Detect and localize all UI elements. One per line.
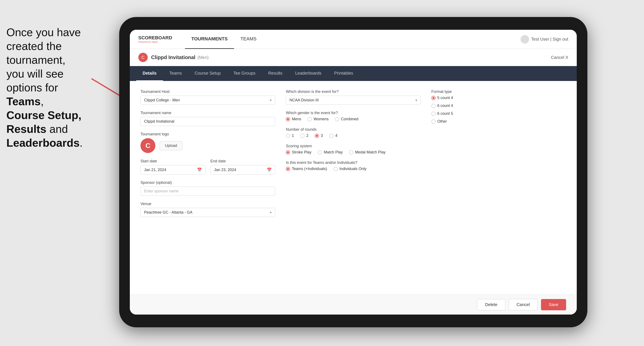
rounds-label: Number of rounds (286, 127, 420, 132)
date-row: Start date Jan 21, 2024 📅 End date Jan 2… (140, 159, 275, 174)
format-5count4-label: 5 count 4 (437, 96, 453, 100)
venue-label: Venue (140, 202, 275, 206)
teams-label: Is this event for Teams and/or Individua… (286, 161, 420, 165)
individuals-only[interactable]: Individuals Only (334, 167, 366, 171)
tab-details[interactable]: Details (136, 66, 163, 81)
tab-course-setup[interactable]: Course Setup (188, 66, 227, 81)
start-date-group: Start date Jan 21, 2024 📅 (140, 159, 205, 174)
logo-text: SCOREBOARD (138, 35, 172, 40)
tab-leaderboards[interactable]: Leaderboards (289, 66, 328, 81)
delete-button[interactable]: Delete (477, 299, 505, 310)
chevron-down-icon: ▾ (270, 98, 272, 102)
gender-womens[interactable]: Womens (308, 117, 328, 121)
format-options: 5 count 4 6 count 4 6 count 5 (432, 96, 566, 124)
teams-plus-label: Teams (+Individuals) (292, 167, 327, 171)
sponsor-field-group: Sponsor (optional) Enter sponsor name (140, 180, 275, 196)
scoring-match-label: Match Play (324, 150, 343, 155)
rounds-4-label: 4 (335, 134, 337, 138)
tab-teams[interactable]: Teams (163, 66, 188, 81)
tab-printables[interactable]: Printables (328, 66, 360, 81)
gender-womens-label: Womens (314, 117, 328, 121)
gender-label: Which gender is the event for? (286, 111, 420, 115)
radio-rounds-3-circle (315, 134, 319, 138)
tab-tee-groups[interactable]: Tee Groups (227, 66, 262, 81)
radio-mens-circle (286, 117, 290, 121)
rounds-radio-group: 1 2 3 4 (286, 134, 420, 138)
form-col-2: Which division is the event for? NCAA Di… (286, 89, 420, 217)
gender-combined[interactable]: Combined (335, 117, 358, 121)
form-col-1: Tournament Host Clippd College - Men ▾ T… (140, 89, 275, 217)
division-value: NCAA Division III (290, 98, 318, 102)
host-select[interactable]: Clippd College - Men ▾ (140, 96, 275, 105)
host-label: Tournament Host (140, 89, 275, 94)
venue-select[interactable]: Peachtree GC - Atlanta - GA ▾ (140, 208, 275, 217)
main-content: Tournament Host Clippd College - Men ▾ T… (130, 81, 577, 295)
radio-rounds-4-circle (329, 134, 334, 138)
scoring-match[interactable]: Match Play (318, 150, 343, 155)
radio-combined-circle (335, 117, 339, 121)
gender-mens-label: Mens (292, 117, 301, 121)
rounds-2[interactable]: 2 (300, 134, 308, 138)
division-select[interactable]: NCAA Division III ▾ (286, 96, 420, 105)
tab-results[interactable]: Results (262, 66, 289, 81)
name-value: Clippd Invitational (144, 119, 174, 124)
format-label: Format type (432, 89, 566, 94)
logo-label: Tournament logo (140, 132, 275, 137)
name-field-group: Tournament name Clippd Invitational (140, 111, 275, 126)
radio-medal-circle (349, 150, 353, 155)
nav-teams[interactable]: TEAMS (234, 30, 263, 49)
calendar-icon: 📅 (197, 168, 202, 172)
host-field-group: Tournament Host Clippd College - Men ▾ (140, 89, 275, 105)
tournament-subtitle: (Men) (198, 55, 208, 60)
scoring-stroke-label: Stroke Play (292, 150, 311, 155)
cancel-top-button[interactable]: Cancel X (551, 55, 568, 60)
rounds-2-label: 2 (306, 134, 308, 138)
calendar-icon-end: 📅 (267, 168, 272, 172)
tablet-frame: SCOREBOARD Powered by clippd TOURNAMENTS… (119, 17, 588, 327)
rounds-3[interactable]: 3 (315, 134, 323, 138)
user-area: Test User | Sign out (520, 35, 568, 44)
top-nav: SCOREBOARD Powered by clippd TOURNAMENTS… (130, 30, 577, 49)
name-label: Tournament name (140, 111, 275, 115)
teams-plus-individuals[interactable]: Teams (+Individuals) (286, 167, 327, 171)
format-other[interactable]: Other (432, 119, 566, 124)
sponsor-label: Sponsor (optional) (140, 180, 275, 185)
logo-circle: C (140, 138, 155, 153)
gender-field-group: Which gender is the event for? Mens Wome… (286, 111, 420, 121)
back-icon[interactable]: C (138, 53, 148, 62)
tournament-title: Clippd Invitational (151, 54, 195, 60)
bottom-bar: Delete Cancel Save (130, 295, 577, 315)
cancel-button[interactable]: Cancel (509, 299, 538, 310)
individuals-only-label: Individuals Only (340, 167, 366, 171)
sponsor-placeholder: Enter sponsor name (144, 189, 178, 193)
gender-mens[interactable]: Mens (286, 117, 301, 121)
format-6count5-label: 6 count 5 (437, 111, 453, 116)
rounds-4[interactable]: 4 (329, 134, 337, 138)
scoring-medal[interactable]: Medal Match Play (349, 150, 386, 155)
rounds-1[interactable]: 1 (286, 134, 294, 138)
radio-rounds-2-circle (300, 134, 304, 138)
radio-5count4-circle (432, 96, 436, 100)
end-date-input[interactable]: Jan 23, 2024 📅 (210, 165, 276, 174)
format-6count5[interactable]: 6 count 5 (432, 111, 566, 116)
nav-tournaments[interactable]: TOURNAMENTS (185, 30, 234, 49)
name-input[interactable]: Clippd Invitational (140, 117, 275, 126)
user-label[interactable]: Test User | Sign out (531, 37, 568, 42)
division-field-group: Which division is the event for? NCAA Di… (286, 89, 420, 105)
sponsor-input[interactable]: Enter sponsor name (140, 186, 275, 196)
format-5count4[interactable]: 5 count 4 (432, 96, 566, 100)
start-date-value: Jan 21, 2024 (144, 168, 166, 172)
scoring-stroke[interactable]: Stroke Play (286, 150, 311, 155)
end-date-value: Jan 23, 2024 (214, 168, 236, 172)
tabs-bar: Details Teams Course Setup Tee Groups Re… (130, 66, 577, 81)
radio-individuals-circle (334, 167, 338, 171)
save-button[interactable]: Save (541, 299, 566, 310)
start-date-input[interactable]: Jan 21, 2024 📅 (140, 165, 205, 174)
format-other-label: Other (437, 119, 447, 124)
division-label: Which division is the event for? (286, 89, 420, 94)
chevron-down-division-icon: ▾ (416, 98, 417, 102)
radio-6count4-circle (432, 104, 436, 108)
format-6count4[interactable]: 6 count 4 (432, 104, 566, 108)
rounds-1-label: 1 (292, 134, 294, 138)
upload-button[interactable]: Upload (160, 141, 182, 150)
